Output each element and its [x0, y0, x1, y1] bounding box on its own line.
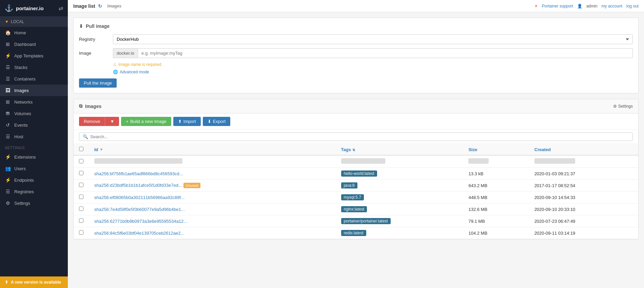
sidebar-item-host[interactable]: ☰ Host — [0, 131, 68, 142]
image-id-link[interactable]: sha256:7e4d58f0e5f3b60077e9a5d96b4be1... — [94, 207, 185, 212]
image-tags: mysql:5.7 — [336, 192, 463, 203]
build-image-button[interactable]: + Build a new Image — [121, 117, 171, 126]
sidebar-item-stacks[interactable]: ☰ Stacks — [0, 61, 68, 73]
search-bar: 🔍 — [74, 130, 638, 144]
admin-label: admin — [586, 4, 598, 8]
image-input-group: docker.io — [113, 48, 633, 58]
sidebar-item-app-templates[interactable]: ⚡ App Templates — [0, 50, 68, 61]
images-section: ⧉ Images ⚙ Settings Remove ▼ + Build a n… — [73, 99, 639, 239]
app-templates-icon: ⚡ — [5, 53, 11, 58]
remove-button[interactable]: Remove — [79, 117, 105, 126]
row-checkbox[interactable] — [79, 218, 83, 223]
images-section-title: Images — [85, 104, 101, 109]
sidebar-item-label: Extensions — [14, 155, 36, 160]
sidebar-item-label: Dashboard — [14, 42, 36, 47]
row-checkbox[interactable] — [79, 195, 83, 199]
host-icon: ☰ — [5, 134, 11, 139]
my-account-link[interactable]: my account — [602, 4, 622, 8]
th-tags[interactable]: Tags ⇅ — [336, 144, 463, 155]
th-size[interactable]: Size — [463, 144, 529, 155]
sidebar-item-events[interactable]: ↺ Events — [0, 119, 68, 131]
images-header: ⧉ Images ⚙ Settings — [74, 99, 638, 113]
advanced-mode-link[interactable]: 🌐 Advanced mode — [113, 70, 633, 74]
export-button[interactable]: ⬇ Export — [203, 117, 231, 126]
images-settings-link[interactable]: ⚙ Settings — [613, 104, 633, 109]
containers-icon: ☰ — [5, 76, 11, 82]
row-checkbox[interactable] — [79, 206, 83, 211]
settings-link-label: Settings — [618, 104, 633, 109]
import-button[interactable]: ⬆ Import — [173, 117, 201, 126]
image-tags: java:8 — [336, 180, 463, 192]
sidebar-item-extensions[interactable]: ⚡ Extensions — [0, 151, 68, 163]
image-id-link[interactable]: sha256:d23bdf5b1b1b1afce5f1d0fd33e7ed... — [94, 183, 182, 188]
sidebar-item-users[interactable]: 👥 Users — [0, 163, 68, 174]
row-checkbox[interactable] — [79, 230, 83, 235]
image-created: 2020-01-03 09:21:37 — [529, 168, 638, 180]
table-row: sha256:84c5f6e03bf04e139705ceb2612ae2...… — [74, 227, 638, 239]
sidebar-item-containers[interactable]: ☰ Containers — [0, 73, 68, 85]
image-size: 79.1 MB — [463, 215, 529, 227]
image-tags: nginx:latest — [336, 203, 463, 215]
plus-icon: + — [126, 119, 129, 124]
sidebar-item-label: Stacks — [14, 65, 27, 70]
sidebar-item-networks[interactable]: ⊞ Networks — [0, 96, 68, 108]
new-version-banner[interactable]: ⬆ A new version is available — [0, 276, 68, 288]
transfer-icon[interactable]: ⇄ — [59, 5, 63, 12]
stacks-icon: ☰ — [5, 65, 11, 70]
sidebar-item-label: Events — [14, 123, 28, 128]
tag-badge: mysql:5.7 — [341, 194, 364, 200]
pull-image-button[interactable]: Pull the Image — [79, 78, 117, 88]
row-checkbox[interactable] — [79, 183, 83, 187]
breadcrumb: Images — [108, 4, 121, 8]
image-name-input[interactable] — [138, 48, 633, 58]
warning-icon: ⚠ — [113, 62, 117, 67]
image-created: 2020-07-23 06:47:49 — [529, 215, 638, 227]
registry-select[interactable]: DockerHub — [113, 34, 633, 44]
th-id[interactable]: Id ▼ — [89, 144, 336, 155]
volumes-icon: ⛃ — [5, 111, 11, 116]
select-all-checkbox[interactable] — [79, 147, 83, 151]
image-tags: hello-world:latest — [336, 168, 463, 180]
row-checkbox[interactable] — [79, 171, 83, 175]
sidebar-item-endpoints[interactable]: ⚡ Endpoints — [0, 174, 68, 186]
image-tags: redis:latest — [336, 227, 463, 239]
advanced-mode-label: Advanced mode — [120, 70, 149, 74]
pull-image-header: ⬇ Pull image — [79, 23, 633, 29]
images-toolbar: Remove ▼ + Build a new Image ⬆ Import ⬇ … — [74, 113, 638, 130]
table-row: sha256:bf756fb1ae65adf866bd8c456593cd...… — [74, 168, 638, 180]
registry-label: Registry — [79, 37, 113, 42]
sidebar-item-settings[interactable]: ⚙ Settings — [0, 197, 68, 209]
table-row: sha256:ef08065b0a302111b56966aa92c89f...… — [74, 192, 638, 203]
search-input[interactable] — [90, 134, 629, 139]
images-copy-icon: ⧉ — [79, 103, 82, 109]
image-row: Image docker.io — [79, 48, 633, 58]
th-created[interactable]: Created — [529, 144, 638, 155]
sidebar-item-label: Endpoints — [14, 178, 34, 183]
sidebar-item-volumes[interactable]: ⛃ Volumes — [0, 108, 68, 119]
sidebar-item-registries[interactable]: ☰ Registries — [0, 186, 68, 197]
support-icon: ✕ — [534, 4, 538, 8]
topbar: Image list ↻ Images ✕ Portainer support … — [68, 0, 644, 12]
logout-link[interactable]: log out — [626, 4, 639, 8]
image-id-link[interactable]: sha256:ef08065b0a302111b56966aa92c89f... — [94, 195, 184, 200]
refresh-icon[interactable]: ↻ — [98, 3, 102, 9]
extensions-icon: ⚡ — [5, 154, 11, 160]
sidebar-item-label: App Templates — [14, 53, 43, 58]
image-id-link[interactable]: sha256:62771b0b9b0973a3e8e95595534a12... — [94, 219, 187, 224]
support-link[interactable]: Portainer support — [542, 4, 573, 8]
sidebar-item-dashboard[interactable]: ⊞ Dashboard — [0, 38, 68, 50]
sidebar: ⚓ portainer.io ⇄ ▼ LOCAL 🏠 Home ⊞ Dashbo… — [0, 0, 68, 288]
sidebar-item-images[interactable]: 🖼 Images — [0, 85, 68, 96]
sidebar-item-label: Settings — [14, 201, 30, 206]
blurred-id — [94, 158, 182, 164]
images-icon: 🖼 — [5, 88, 11, 93]
image-id-link[interactable]: sha256:bf756fb1ae65adf866bd8c456593cd... — [94, 171, 183, 176]
tag-badge: redis:latest — [341, 230, 366, 236]
th-checkbox — [74, 144, 89, 155]
row-checkbox[interactable] — [79, 159, 83, 163]
image-id-link[interactable]: sha256:84c5f6e03bf04e139705ceb2612ae2... — [94, 231, 184, 236]
sidebar-item-label: Registries — [14, 189, 34, 194]
events-icon: ↺ — [5, 122, 11, 128]
sidebar-item-home[interactable]: 🏠 Home — [0, 27, 68, 38]
remove-dropdown-button[interactable]: ▼ — [105, 117, 119, 126]
